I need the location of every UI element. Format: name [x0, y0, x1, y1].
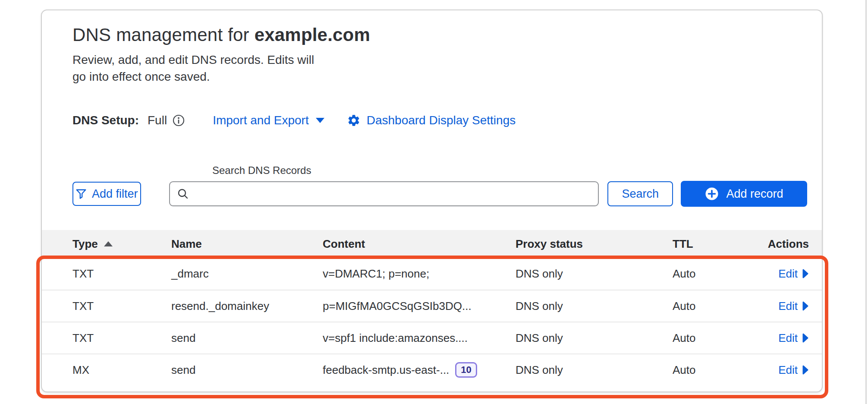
table-row: TXT resend._domainkey p=MIGfMA0GCSqGSIb3…	[42, 290, 822, 322]
column-header-actions: Actions	[758, 237, 809, 251]
edit-label: Edit	[778, 331, 798, 345]
record-name: resend._domainkey	[171, 300, 323, 313]
record-content-text: v=spf1 include:amazonses....	[323, 331, 468, 345]
add-filter-label: Add filter	[92, 187, 138, 201]
description-line-2: go into effect once saved.	[72, 70, 210, 83]
record-ttl: Auto	[673, 300, 758, 313]
record-name: send	[171, 331, 323, 345]
record-content: v=spf1 include:amazonses....	[323, 331, 516, 345]
record-proxy-status: DNS only	[516, 300, 673, 313]
record-type: MX	[72, 363, 171, 377]
record-ttl: Auto	[673, 331, 758, 345]
record-name: send	[171, 363, 323, 377]
add-record-button[interactable]: Add record	[681, 181, 807, 207]
dashboard-display-settings-label: Dashboard Display Settings	[367, 114, 516, 127]
record-proxy-status: DNS only	[516, 267, 673, 281]
page-title: DNS management for example.com	[72, 25, 807, 45]
search-button[interactable]: Search	[607, 181, 673, 206]
record-content-text: v=DMARC1; p=none;	[323, 267, 429, 281]
edit-record-link[interactable]: Edit	[778, 331, 809, 345]
record-name: _dmarc	[171, 267, 323, 281]
chevron-right-icon	[802, 365, 809, 375]
record-content-text: feedback-smtp.us-east-...	[323, 363, 449, 377]
table-row: MX send feedback-smtp.us-east-... 10 DNS…	[42, 354, 822, 385]
import-export-link[interactable]: Import and Export	[213, 114, 324, 127]
toolbar: Search DNS Records Add filter	[72, 164, 807, 207]
page-title-prefix: DNS management for	[72, 25, 255, 45]
table-row: TXT _dmarc v=DMARC1; p=none; DNS only Au…	[42, 258, 822, 290]
gear-icon	[347, 114, 361, 127]
table-header-row: Type Name Content Proxy status TTL Actio…	[42, 230, 822, 258]
domain-name: example.com	[255, 25, 370, 45]
search-icon	[177, 188, 189, 200]
column-header-name[interactable]: Name	[171, 237, 323, 251]
mx-priority-badge: 10	[455, 362, 477, 378]
import-export-label: Import and Export	[213, 114, 309, 127]
sort-ascending-icon	[104, 241, 113, 246]
add-record-label: Add record	[726, 187, 783, 201]
description-line-1: Review, add, and edit DNS records. Edits…	[72, 53, 314, 66]
edit-record-link[interactable]: Edit	[778, 300, 809, 313]
record-content: p=MIGfMA0GCSqGSIb3DQ...	[323, 300, 516, 313]
chevron-right-icon	[802, 301, 809, 311]
edit-record-link[interactable]: Edit	[778, 267, 809, 281]
record-proxy-status: DNS only	[516, 363, 673, 377]
chevron-down-icon	[316, 118, 324, 123]
record-type: TXT	[72, 267, 171, 281]
record-ttl: Auto	[673, 267, 758, 281]
dns-setup-row: DNS Setup: Full Import and Export	[72, 114, 807, 127]
record-ttl: Auto	[673, 363, 758, 377]
column-header-type[interactable]: Type	[72, 237, 171, 251]
record-content: feedback-smtp.us-east-... 10	[323, 362, 516, 378]
page-right-edge-divider	[865, 0, 867, 404]
record-proxy-status: DNS only	[516, 331, 673, 345]
chevron-right-icon	[802, 333, 809, 343]
dns-management-card: DNS management for example.com Review, a…	[41, 9, 823, 392]
filter-funnel-icon	[75, 188, 87, 199]
dns-setup-label: DNS Setup:	[72, 114, 139, 127]
plus-circle-icon	[704, 186, 719, 201]
column-header-proxy-status[interactable]: Proxy status	[516, 237, 673, 251]
table-row: TXT send v=spf1 include:amazonses.... DN…	[42, 322, 822, 354]
info-icon[interactable]	[172, 114, 185, 127]
dashboard-display-settings-link[interactable]: Dashboard Display Settings	[347, 114, 516, 127]
edit-record-link[interactable]: Edit	[778, 363, 809, 377]
add-filter-button[interactable]: Add filter	[72, 182, 141, 206]
record-content: v=DMARC1; p=none;	[323, 267, 516, 281]
table-body: TXT _dmarc v=DMARC1; p=none; DNS only Au…	[42, 258, 822, 385]
edit-label: Edit	[778, 363, 798, 377]
dns-setup-value: Full	[148, 114, 167, 127]
search-input-container[interactable]	[169, 181, 599, 206]
chevron-right-icon	[802, 268, 809, 279]
record-type: TXT	[72, 300, 171, 313]
record-type: TXT	[72, 331, 171, 345]
dns-records-table: Type Name Content Proxy status TTL Actio…	[42, 230, 822, 391]
record-content-text: p=MIGfMA0GCSqGSIb3DQ...	[323, 300, 472, 313]
edit-label: Edit	[778, 300, 798, 313]
search-label: Search DNS Records	[212, 164, 807, 177]
page-description: Review, add, and edit DNS records. Edits…	[72, 51, 807, 85]
edit-label: Edit	[778, 267, 798, 281]
search-input[interactable]	[194, 182, 591, 205]
column-header-ttl[interactable]: TTL	[673, 237, 758, 251]
column-header-content[interactable]: Content	[323, 237, 516, 251]
